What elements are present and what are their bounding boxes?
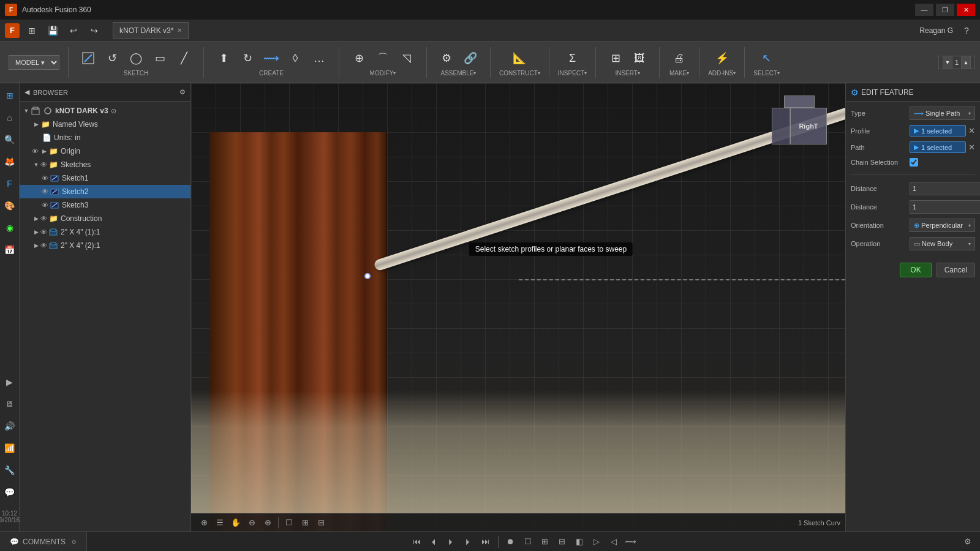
sidebar-icon-monitor[interactable]: 🖥 (1, 395, 18, 413)
sidebar-icon-chat[interactable]: 💬 (1, 484, 18, 501)
timeline-btn3[interactable]: ⊟ (555, 534, 570, 549)
sketch-rect-button[interactable]: ▭ (149, 48, 171, 69)
help-button[interactable]: ? (958, 22, 975, 39)
orientation-dropdown[interactable]: ⊕ Perpendicular ▾ (910, 219, 975, 232)
comments-button[interactable]: 💬 COMMENTS ⊙ (0, 532, 87, 551)
ok-button[interactable]: OK (900, 263, 931, 277)
tree-item-named-views[interactable]: ▶ 📁 Named Views (20, 118, 190, 131)
cancel-button[interactable]: Cancel (937, 263, 975, 277)
addins-btn[interactable]: ⚡ (711, 48, 733, 69)
viewport[interactable]: Select sketch profiles or planar faces t… (191, 83, 845, 531)
insert-img-btn[interactable]: 🖼 (628, 48, 650, 69)
timeline-btn2[interactable]: ⊞ (538, 534, 552, 549)
distance2-input[interactable] (910, 200, 980, 214)
undo-button[interactable]: ↩ (65, 22, 82, 39)
tree-item-sketch1[interactable]: 👁 Sketch1 (20, 171, 190, 185)
type-dropdown[interactable]: ⟿ Single Path ▾ (910, 107, 975, 120)
sidebar-icon-calendar[interactable]: 📅 (1, 241, 18, 258)
profile-clear-button[interactable]: ✕ (968, 126, 975, 135)
distance1-input[interactable] (910, 182, 980, 195)
tree-item-sketches[interactable]: ▼ 👁 📁 Sketches (20, 158, 190, 171)
sidebar-icon-wifi[interactable]: 📶 (1, 440, 18, 457)
tree-item-part2[interactable]: ▶ 👁 2" X 4" (2):1 (20, 239, 190, 252)
sidebar-icon-paint[interactable]: 🎨 (1, 197, 18, 214)
sketch-circle-button[interactable]: ◯ (125, 48, 147, 69)
insert-btn[interactable]: ⊞ (605, 48, 627, 69)
view-cube-left[interactable] (772, 108, 790, 144)
zoom-window-button[interactable]: ⊖ (244, 515, 260, 530)
viewport-settings-button[interactable]: ⊟ (313, 515, 329, 530)
path-clear-button[interactable]: ✕ (968, 143, 975, 152)
move-button[interactable]: ⊕ (348, 48, 370, 69)
revolve-button[interactable]: ↻ (236, 48, 258, 69)
minimize-button[interactable]: — (915, 4, 933, 16)
grid-menu-button[interactable]: ⊞ (23, 22, 40, 39)
sidebar-icon-search[interactable]: 🔍 (1, 131, 18, 148)
sidebar-icon-firefox[interactable]: 🦊 (1, 153, 18, 170)
bottom-settings-button[interactable]: ⚙ (960, 534, 975, 549)
save-button[interactable]: 💾 (44, 22, 61, 39)
next-button[interactable]: ⏵ (461, 534, 476, 549)
view-cube-top[interactable] (784, 96, 815, 108)
assemble-btn2[interactable]: 🔗 (459, 48, 481, 69)
view-cube-right[interactable]: RighT (790, 108, 827, 144)
tree-item-construction[interactable]: ▶ 👁 📁 Construction (20, 212, 190, 225)
tree-item-part1[interactable]: ▶ 👁 2" X 4" (1):1 (20, 225, 190, 239)
sidebar-icon-blue[interactable]: ◉ (1, 219, 18, 236)
browser-menu-btn[interactable]: ⚙ (179, 88, 186, 96)
record-button[interactable]: ⏺ (503, 534, 518, 549)
inspect-btn[interactable]: Σ (561, 48, 583, 69)
sketch-line-button[interactable]: ╱ (173, 48, 195, 69)
sidebar-icon-speaker[interactable]: 🔊 (1, 418, 18, 435)
create-more-button[interactable]: … (308, 48, 330, 69)
assemble-btn1[interactable]: ⚙ (435, 48, 458, 69)
tree-item-root[interactable]: ▼ kNOT DARK v3 ⊙ (20, 104, 190, 118)
sidebar-icon-tools[interactable]: 🔧 (1, 462, 18, 479)
make-btn[interactable]: 🖨 (668, 48, 690, 69)
sketch-create-button[interactable] (77, 48, 99, 69)
grid-display-button[interactable]: ⊞ (297, 515, 313, 530)
fillet-button[interactable]: ⌒ (372, 48, 394, 69)
construct-btn[interactable]: 📐 (508, 48, 530, 69)
sidebar-icon-grid[interactable]: ⊞ (1, 87, 18, 104)
skip-back-button[interactable]: ⏮ (410, 534, 424, 549)
chamfer-button[interactable]: ◹ (396, 48, 418, 69)
zoom-up-btn[interactable]: ▲ (961, 56, 971, 69)
timeline-btn7[interactable]: ⟿ (624, 534, 638, 549)
timeline-btn4[interactable]: ◧ (572, 534, 587, 549)
prev-button[interactable]: ⏴ (427, 534, 442, 549)
operation-dropdown[interactable]: ▭ New Body ▾ (910, 237, 975, 250)
display-mode-button[interactable]: ☐ (281, 515, 297, 530)
model-select[interactable]: MODEL ▾ (9, 55, 59, 70)
sweep-button[interactable]: ⟿ (260, 48, 282, 69)
timeline-btn5[interactable]: ▷ (589, 534, 604, 549)
zoom-down-btn[interactable]: ▼ (943, 56, 952, 69)
zoom-button[interactable]: ✋ (228, 515, 244, 530)
select-btn[interactable]: ↖ (756, 48, 778, 69)
sketch-undo-button[interactable]: ↺ (101, 48, 123, 69)
tree-item-origin[interactable]: 👁 ▶ 📁 Origin (20, 144, 190, 158)
timeline-btn6[interactable]: ◁ (606, 534, 621, 549)
close-tab-button[interactable]: ✕ (177, 27, 182, 34)
pan-button[interactable]: ☰ (212, 515, 228, 530)
sidebar-icon-home[interactable]: ⌂ (1, 109, 18, 126)
sidebar-icon-expand[interactable]: ▶ (1, 373, 18, 391)
skip-fwd-button[interactable]: ⏭ (478, 534, 493, 549)
profile-selected-badge[interactable]: ▶ 1 selected (910, 125, 966, 137)
play-button[interactable]: ⏵ (444, 534, 459, 549)
orbit-button[interactable]: ⊕ (196, 515, 212, 530)
sidebar-icon-time[interactable]: 10:12 9/20/16 (1, 506, 18, 528)
sidebar-icon-fusion[interactable]: F (1, 175, 18, 192)
timeline-btn1[interactable]: ☐ (521, 534, 535, 549)
tree-item-sketch2[interactable]: 👁 Sketch2 (20, 185, 190, 198)
restore-button[interactable]: ❐ (936, 4, 954, 16)
doc-tab[interactable]: kNOT DARK v3* ✕ (113, 22, 189, 39)
close-button[interactable]: ✕ (957, 4, 975, 16)
loft-button[interactable]: ◊ (284, 48, 306, 69)
path-selected-badge[interactable]: ▶ 1 selected (910, 141, 966, 153)
tree-item-sketch3[interactable]: 👁 Sketch3 (20, 198, 190, 212)
redo-button[interactable]: ↪ (86, 22, 103, 39)
zoom-fit-button[interactable]: ⊕ (260, 515, 276, 530)
chain-checkbox[interactable] (910, 158, 918, 167)
extrude-button[interactable]: ⬆ (213, 48, 235, 69)
